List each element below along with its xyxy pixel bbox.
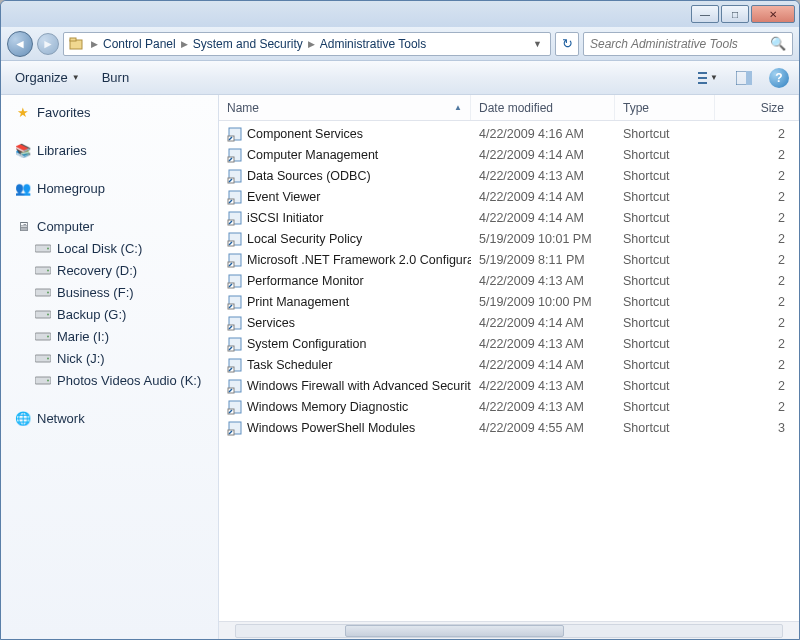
forward-button[interactable]: ► [37, 33, 59, 55]
file-row[interactable]: Windows PowerShell Modules4/22/2009 4:55… [219, 417, 799, 438]
file-type: Shortcut [615, 295, 715, 309]
sidebar-item-computer[interactable]: 🖥 Computer [1, 215, 218, 237]
refresh-button[interactable]: ↻ [555, 32, 579, 56]
column-header-date[interactable]: Date modified [471, 95, 615, 120]
column-header-size[interactable]: Size [715, 95, 799, 120]
file-type: Shortcut [615, 232, 715, 246]
breadcrumb-segment[interactable]: Administrative Tools [318, 37, 429, 51]
file-size: 2 [715, 358, 799, 372]
breadcrumb-segment[interactable]: Control Panel [101, 37, 178, 51]
search-box[interactable]: 🔍 [583, 32, 793, 56]
shortcut-icon [227, 378, 243, 394]
file-size: 2 [715, 127, 799, 141]
sidebar-item-libraries[interactable]: 📚 Libraries [1, 139, 218, 161]
network-icon: 🌐 [15, 410, 31, 426]
file-date: 4/22/2009 4:14 AM [471, 190, 615, 204]
scrollbar-thumb[interactable] [345, 625, 563, 637]
file-row[interactable]: Windows Firewall with Advanced Security4… [219, 375, 799, 396]
file-name: Windows Firewall with Advanced Security [247, 379, 471, 393]
sidebar-label: Favorites [37, 105, 90, 120]
file-date: 4/22/2009 4:13 AM [471, 169, 615, 183]
file-row[interactable]: Task Scheduler4/22/2009 4:14 AMShortcut2 [219, 354, 799, 375]
view-options-button[interactable]: ▼ [697, 68, 719, 88]
file-row[interactable]: Microsoft .NET Framework 2.0 Configurat.… [219, 249, 799, 270]
burn-button[interactable]: Burn [98, 68, 133, 87]
file-name: Windows PowerShell Modules [247, 421, 415, 435]
file-size: 2 [715, 337, 799, 351]
file-row[interactable]: Performance Monitor4/22/2009 4:13 AMShor… [219, 270, 799, 291]
drive-icon [35, 240, 51, 256]
scrollbar-track[interactable] [235, 624, 783, 638]
shortcut-icon [227, 336, 243, 352]
sidebar-item-homegroup[interactable]: 👥 Homegroup [1, 177, 218, 199]
help-button[interactable]: ? [769, 68, 789, 88]
sidebar-item-drive[interactable]: Backup (G:) [1, 303, 218, 325]
sidebar-label: Network [37, 411, 85, 426]
sidebar-label: Marie (I:) [57, 329, 109, 344]
file-type: Shortcut [615, 421, 715, 435]
file-type: Shortcut [615, 190, 715, 204]
file-size: 2 [715, 295, 799, 309]
file-date: 4/22/2009 4:16 AM [471, 127, 615, 141]
sidebar-item-drive[interactable]: Recovery (D:) [1, 259, 218, 281]
sidebar-item-drive[interactable]: Business (F:) [1, 281, 218, 303]
breadcrumb-segment[interactable]: System and Security [191, 37, 305, 51]
preview-pane-button[interactable] [733, 68, 755, 88]
file-row[interactable]: Component Services4/22/2009 4:16 AMShort… [219, 123, 799, 144]
file-name: Task Scheduler [247, 358, 332, 372]
sidebar-label: Computer [37, 219, 94, 234]
horizontal-scrollbar[interactable] [219, 621, 799, 639]
sidebar-item-drive[interactable]: Photos Videos Audio (K:) [1, 369, 218, 391]
sort-ascending-icon: ▲ [454, 103, 462, 112]
content-body: ★ Favorites 📚 Libraries 👥 Homegroup 🖥 [1, 95, 799, 639]
drive-icon [35, 284, 51, 300]
organize-button[interactable]: Organize ▼ [11, 68, 84, 87]
sidebar-item-network[interactable]: 🌐 Network [1, 407, 218, 429]
column-headers: Name ▲ Date modified Type Size [219, 95, 799, 121]
sidebar-item-drive[interactable]: Nick (J:) [1, 347, 218, 369]
svg-rect-6 [746, 71, 752, 85]
address-dropdown-icon[interactable]: ▼ [529, 39, 546, 49]
back-button[interactable]: ◄ [7, 31, 33, 57]
file-name: Print Management [247, 295, 349, 309]
svg-rect-4 [698, 82, 707, 84]
file-name: Component Services [247, 127, 363, 141]
maximize-button[interactable]: □ [721, 5, 749, 23]
organize-label: Organize [15, 70, 68, 85]
file-row[interactable]: Print Management5/19/2009 10:00 PMShortc… [219, 291, 799, 312]
file-list-pane: Name ▲ Date modified Type Size Component… [219, 95, 799, 639]
sidebar-item-drive[interactable]: Local Disk (C:) [1, 237, 218, 259]
file-date: 4/22/2009 4:13 AM [471, 337, 615, 351]
file-date: 4/22/2009 4:13 AM [471, 274, 615, 288]
toolbar: Organize ▼ Burn ▼ ? [1, 61, 799, 95]
file-row[interactable]: System Configuration4/22/2009 4:13 AMSho… [219, 333, 799, 354]
column-header-type[interactable]: Type [615, 95, 715, 120]
drive-icon [35, 328, 51, 344]
file-row[interactable]: Data Sources (ODBC)4/22/2009 4:13 AMShor… [219, 165, 799, 186]
search-input[interactable] [590, 37, 770, 51]
file-date: 5/19/2009 8:11 PM [471, 253, 615, 267]
sidebar-item-favorites[interactable]: ★ Favorites [1, 101, 218, 123]
address-bar[interactable]: ▶ Control Panel ▶ System and Security ▶ … [63, 32, 551, 56]
shortcut-icon [227, 273, 243, 289]
sidebar-item-drive[interactable]: Marie (I:) [1, 325, 218, 347]
file-row[interactable]: iSCSI Initiator4/22/2009 4:14 AMShortcut… [219, 207, 799, 228]
sidebar-label: Backup (G:) [57, 307, 126, 322]
explorer-window: — □ ✕ ◄ ► ▶ Control Panel ▶ System and S… [0, 0, 800, 640]
svg-point-14 [47, 314, 49, 316]
file-type: Shortcut [615, 379, 715, 393]
svg-rect-2 [698, 72, 707, 74]
close-button[interactable]: ✕ [751, 5, 795, 23]
shortcut-icon [227, 399, 243, 415]
file-row[interactable]: Windows Memory Diagnostic4/22/2009 4:13 … [219, 396, 799, 417]
titlebar: — □ ✕ [1, 1, 799, 27]
file-row[interactable]: Event Viewer4/22/2009 4:14 AMShortcut2 [219, 186, 799, 207]
file-row[interactable]: Computer Management4/22/2009 4:14 AMShor… [219, 144, 799, 165]
column-header-name[interactable]: Name ▲ [219, 95, 471, 120]
search-icon[interactable]: 🔍 [770, 36, 786, 51]
minimize-button[interactable]: — [691, 5, 719, 23]
file-date: 5/19/2009 10:01 PM [471, 232, 615, 246]
homegroup-icon: 👥 [15, 180, 31, 196]
file-row[interactable]: Services4/22/2009 4:14 AMShortcut2 [219, 312, 799, 333]
file-row[interactable]: Local Security Policy5/19/2009 10:01 PMS… [219, 228, 799, 249]
